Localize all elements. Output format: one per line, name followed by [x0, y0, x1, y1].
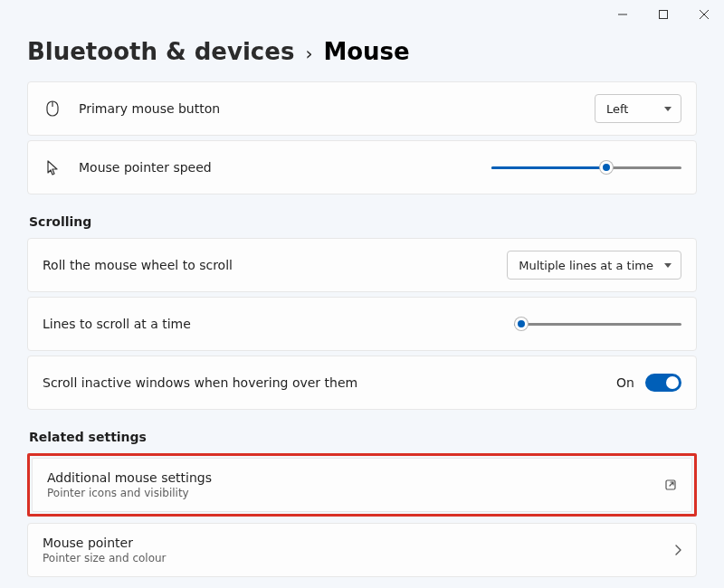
link-subtitle: Pointer size and colour — [43, 552, 667, 564]
setting-label: Primary mouse button — [79, 101, 595, 116]
setting-inactive-scroll: Scroll inactive windows when hovering ov… — [27, 356, 697, 410]
close-button[interactable] — [683, 0, 724, 29]
toggle-state-label: On — [616, 375, 634, 390]
inactive-scroll-toggle[interactable]: On — [616, 374, 681, 392]
svg-rect-0 — [659, 11, 667, 19]
toggle-switch[interactable] — [645, 374, 681, 392]
scroll-mode-dropdown[interactable]: Multiple lines at a time — [507, 251, 681, 280]
breadcrumb-current: Mouse — [323, 38, 409, 65]
section-heading-scrolling: Scrolling — [29, 214, 697, 229]
dropdown-value: Multiple lines at a time — [519, 259, 653, 272]
setting-scroll-mode: Roll the mouse wheel to scroll Multiple … — [27, 238, 697, 292]
chevron-right-icon: › — [305, 43, 312, 64]
mouse-icon — [43, 100, 62, 117]
minimize-button[interactable] — [602, 0, 643, 29]
setting-primary-button: Primary mouse button Left — [27, 81, 697, 136]
link-title: Additional mouse settings — [47, 470, 657, 485]
slider-thumb[interactable] — [515, 318, 528, 330]
setting-label: Scroll inactive windows when hovering ov… — [43, 375, 616, 390]
slider-fill — [491, 166, 609, 169]
link-title: Mouse pointer — [43, 536, 667, 550]
chevron-right-icon — [674, 545, 681, 555]
slider-track — [514, 323, 681, 326]
link-mouse-pointer[interactable]: Mouse pointer Pointer size and colour — [27, 523, 697, 577]
window-controls — [602, 0, 724, 29]
highlight-box: Additional mouse settings Pointer icons … — [27, 453, 697, 517]
dropdown-value: Left — [606, 102, 628, 116]
section-heading-related: Related settings — [29, 430, 697, 444]
maximize-button[interactable] — [643, 0, 683, 29]
lines-scroll-slider[interactable] — [514, 315, 681, 333]
setting-lines-to-scroll: Lines to scroll at a time — [27, 297, 697, 351]
cursor-icon — [43, 159, 62, 175]
setting-label: Roll the mouse wheel to scroll — [43, 258, 507, 272]
setting-pointer-speed: Mouse pointer speed — [27, 140, 697, 194]
link-additional-mouse-settings[interactable]: Additional mouse settings Pointer icons … — [32, 458, 692, 512]
setting-label: Mouse pointer speed — [79, 160, 491, 175]
setting-label: Lines to scroll at a time — [43, 317, 514, 331]
pointer-speed-slider[interactable] — [491, 158, 681, 176]
external-link-icon — [664, 479, 677, 491]
breadcrumb-parent[interactable]: Bluetooth & devices — [27, 38, 294, 65]
slider-thumb[interactable] — [600, 161, 613, 174]
link-subtitle: Pointer icons and visibility — [47, 487, 657, 499]
settings-content: Primary mouse button Left Mouse pointer … — [0, 81, 724, 588]
primary-button-dropdown[interactable]: Left — [595, 94, 681, 123]
